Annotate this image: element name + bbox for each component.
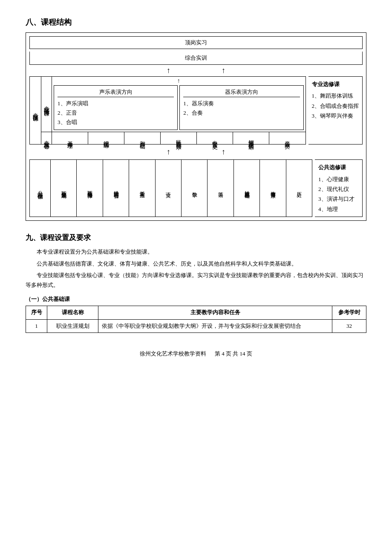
row1-hours: 32 (332, 319, 366, 333)
pub-elective-title: 公共选修课 (318, 162, 359, 172)
direction1-box: 声乐表演方向 1、声乐演唱 2、正音 3、合唱 (54, 85, 178, 130)
table-row: 1 职业生涯规划 依据《中等职业学校职业规划教学大纲》开设，并与专业实际和行业发… (26, 319, 366, 333)
arrow-up-right: ↑ (222, 66, 225, 75)
footer-page: 第 4 页 共 14 页 (215, 350, 252, 357)
footer-school: 徐州文化艺术学校教学资料 (140, 350, 206, 357)
dir2-items: 1、器乐演奏 2、合奏 (183, 99, 300, 118)
spec-elective-box: 专业选修课 1、舞蹈形体训练 2、合唱或合奏指挥 3、钢琴即兴伴奏 (308, 76, 363, 145)
specialty-middle: 专业技能方向课 ↑ 声乐表演方向 1、声乐演唱 2、正音 3、合唱 (41, 76, 306, 145)
core-cell-1: 基本乐理 (52, 132, 88, 144)
dir1-title: 声乐表演方向 (58, 88, 174, 97)
course-diagram: 顶岗实习 综合实训 ↑ ↑ 专业技能课 专业技能方向课 ↑ (26, 32, 366, 221)
core-cell-6: 钢琴基础训练 (233, 132, 269, 144)
dir1-items: 1、声乐演唱 2、正音 3、合唱 (58, 99, 174, 127)
row1-content: 依据《中等职业学校职业规划教学大纲》开设，并与专业实际和行业发展密切结合 (98, 319, 332, 333)
direction-boxes-row: 声乐表演方向 1、声乐演唱 2、正音 3、合唱 器乐表演方向 1、器乐演奏 (52, 85, 306, 132)
public-cells: 职业生涯规划 职业道德与法律 经济政治与社会 哲学与人生 语文 数学 英语 计算… (51, 159, 312, 217)
course-table: 序号 课程名称 主要教学内容和任务 参考学时 1 职业生涯规划 依据《中等职业学… (26, 306, 366, 333)
col-no: 序号 (26, 306, 47, 319)
pub-cell-10: 历史 (286, 160, 312, 217)
fangxiang-row: 专业技能方向课 ↑ 声乐表演方向 1、声乐演唱 2、正音 3、合唱 (41, 77, 306, 132)
arrows-row2: ↑ ↑ (29, 146, 363, 158)
section9-para3: 专业技能课包括专业核心课、专业（技能）方向课和专业选修课。实习实训是专业技能课教… (26, 270, 366, 290)
public-section: 公共基础课 职业生涯规划 职业道德与法律 经济政治与社会 哲学与人生 语文 数学… (29, 159, 363, 217)
pub-cell-2: 职业道德与法律 (77, 160, 103, 217)
core-row: 专业核心课 基本乐理 视唱练耳 和声基础 民族民间音乐 中外音乐史 钢琴基础训练… (41, 132, 306, 144)
arrows-row1: ↑ ↑ (29, 65, 363, 76)
pub-cell-7: 英语 (208, 160, 233, 217)
public-label: 公共基础课 (29, 159, 51, 217)
col-name: 课程名称 (47, 306, 98, 319)
col-content: 主要教学内容和任务 (98, 306, 332, 319)
topbox2: 综合实训 (29, 52, 363, 65)
direction-boxes-col: ↑ 声乐表演方向 1、声乐演唱 2、正音 3、合唱 器乐表演 (52, 77, 306, 132)
core-cell-7: 音乐欣赏 (269, 132, 305, 144)
pub-cell-4: 哲学与人生 (129, 160, 155, 217)
arrow-up-left: ↑ (167, 66, 170, 75)
section9: 九、课程设置及要求 本专业课程设置分为公共基础课和专业技能课。 公共基础课包括德… (26, 233, 366, 333)
pub-elective-box: 公共选修课 1、心理健康 2、现代礼仪 3、演讲与口才 4、地理 (315, 159, 363, 217)
core-label: 专业核心课 (41, 132, 52, 144)
specialty-label: 专业技能课 (29, 76, 41, 145)
section9-para2: 公共基础课包括德育课、文化课、体育与健康、公共艺术、历史，以及其他自然科学和人文… (26, 259, 366, 269)
direction2-box: 器乐表演方向 1、器乐演奏 2、合奏 (179, 85, 303, 130)
pub-cell-6: 数学 (182, 160, 208, 217)
section9-para1: 本专业课程设置分为公共基础课和专业技能课。 (26, 247, 366, 257)
pub-cell-1: 职业生涯规划 (51, 160, 77, 217)
footer: 徐州文化艺术学校教学资料 第 4 页 共 14 页 (26, 350, 366, 358)
pub-cell-8: 计算机应用基础 (234, 160, 260, 217)
fangxiang-label: 专业技能方向课 (41, 77, 52, 132)
core-cell-2: 视唱练耳 (88, 132, 124, 144)
dir-arrow: ↑ (52, 77, 306, 85)
arrow-up-right2: ↑ (222, 147, 225, 156)
core-cell-4: 民族民间音乐 (161, 132, 197, 144)
core-cells: 基本乐理 视唱练耳 和声基础 民族民间音乐 中外音乐史 钢琴基础训练 音乐欣赏 (52, 132, 306, 144)
row1-name: 职业生涯规划 (47, 319, 98, 333)
core-cell-5: 中外音乐史 (197, 132, 233, 144)
arrow-up-left2: ↑ (167, 147, 170, 156)
subsection-title: （一）公共基础课 (26, 295, 366, 303)
row1-no: 1 (26, 319, 47, 333)
core-cell-3: 和声基础 (124, 132, 161, 144)
specialty-section: 专业技能课 专业技能方向课 ↑ 声乐表演方向 (29, 76, 363, 145)
spec-elective-title: 专业选修课 (312, 79, 359, 89)
dir2-title: 器乐表演方向 (183, 88, 300, 97)
pub-cell-3: 经济政治与社会 (103, 160, 129, 217)
topbox1: 顶岗实习 (29, 36, 363, 49)
section8-title: 八、课程结构 (26, 17, 366, 27)
section9-title: 九、课程设置及要求 (26, 233, 366, 243)
pub-cell-5: 语文 (156, 160, 182, 217)
pub-cell-9: 体育与健康 (260, 160, 286, 217)
col-hours: 参考学时 (332, 306, 366, 319)
